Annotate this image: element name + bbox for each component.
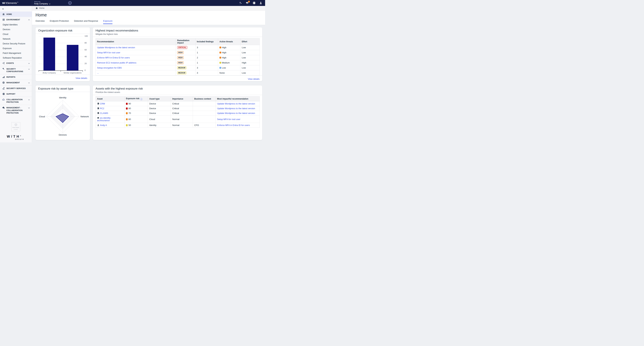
recommendation-link[interactable]: Update Wordpress to the latest version [217,102,255,105]
server-icon [97,102,100,105]
sidebar-nav: HOMEENVIRONMENTDigital IdentitiesDevices… [0,12,32,116]
included-findings-value: 3 [196,70,218,76]
sidebar-item-home[interactable]: HOME [0,12,32,17]
table-row: ...MEDIUM3NoneLow [96,70,260,76]
column-header-exposure-risk: Exposure riski [124,96,148,101]
included-findings-value: 1 [196,60,218,65]
sidebar-item-device-security-posture[interactable]: Device Security Posture [0,41,32,46]
cloud-icon [97,117,100,119]
svg-text:?: ? [254,2,255,4]
sidebar-item-software-reputation[interactable]: Software Reputation [0,56,32,60]
tab-detection-and-response[interactable]: Detection and Response [74,20,98,24]
view-details-link[interactable]: View details [248,78,260,80]
partner-logo: PARTNER LOGO [11,122,20,131]
recommendation-link[interactable]: Update Wordpress to the latest version [217,107,255,110]
chevdown-icon [28,82,30,84]
sidebar-collapse-button[interactable]: « [0,6,32,12]
sidebar-item-management[interactable]: MANAGEMENT [0,80,32,85]
sidebar-item-exposure[interactable]: Exposure [0,46,32,51]
view-details-link[interactable]: View details [76,77,87,79]
sidebar-item-management-collaboration-protection[interactable]: MANAGEMENT - COLLABORATION PROTECTION [0,105,32,116]
cube-icon [14,123,18,126]
asset-link[interactable]: PC2 [100,107,104,110]
sidebar-item-environment[interactable]: ENVIRONMENT [0,17,32,22]
tab-overview[interactable]: Overview [36,20,45,24]
active-threats-value: None [218,70,240,76]
effort-value: Low [240,55,260,60]
column-header-active-threats: Active threats [218,38,240,45]
asset-link[interactable]: Andy A [100,124,107,126]
partner-logo-line1: PARTNER [12,127,19,128]
risk-level-swatch [126,124,128,126]
sidebar-item-events[interactable]: EVENTS [0,60,32,66]
column-header-business-context: Business context [193,96,216,101]
logo-tm: ™ [17,2,18,3]
business-context-value [193,101,216,106]
sidebar-item-label: Device Security Posture [3,43,25,45]
brand-mark: ® [20,135,21,136]
recommendation-link[interactable]: Enforce MFA in Entra ID for users [217,124,250,126]
main-area: Home Home OverviewEndpoint ProtectionDet… [32,6,265,142]
business-context-value [193,106,216,111]
y-axis-tick-label: 100 [84,35,88,37]
sidebar-item-label: MANAGEMENT [6,81,20,84]
sidebar-item-patch-management[interactable]: Patch Management [0,51,32,56]
company-switcher[interactable]: Jimm Inc. Andy Company [34,1,51,5]
recommendation-link[interactable]: Update Wordpress to the latest version [97,46,135,49]
recommendation-link[interactable]: Setup encryption for EBS [97,67,122,69]
person-icon [97,124,100,126]
table-row: Setup encryption for EBSMEDIUM3LowLow [96,65,260,70]
sidebar-item-reports[interactable]: REPORTS [0,74,32,80]
bar-andy-company [44,38,55,70]
sidebar-item-security-configurations[interactable]: SECURITY CONFIGURATIONS [0,66,32,74]
sidebar-item-devices[interactable]: Devices [0,27,32,32]
sidebar-item-label: MANAGEMENT - COLLABORATION PROTECTION [6,106,26,114]
asset-link[interactable]: CRM [100,102,105,105]
info-icon[interactable]: i [140,98,142,100]
info-icon[interactable] [68,1,72,5]
tab-exposure[interactable]: Exposure [103,20,112,24]
card-title: Assets with the highest exposure risk [96,87,260,90]
chart-icon [2,76,5,78]
sparkles-icon[interactable] [239,1,242,5]
tab-endpoint-protection[interactable]: Endpoint Protection [50,20,69,24]
recommendation-link[interactable]: Setup MFA for root user [217,118,240,120]
helpbook-icon: ? [2,93,5,95]
included-findings-value: 3 [196,65,218,70]
table-row: CLAIMS70DeviceCriticalUpdate Wordpress t… [96,111,260,116]
megaphone-icon[interactable] [246,1,249,5]
column-header-asset-type: Asset type [148,96,171,101]
topbar: W/Elements™ Jimm Inc. Andy Company ? [0,0,265,6]
sidebar-item-support[interactable]: ?SUPPORT [0,91,32,97]
account-icon[interactable] [259,1,262,5]
sidebar-item-cloud[interactable]: Cloud [0,32,32,37]
sidebar-item-network[interactable]: Network [0,37,32,41]
table-row: ws-identify-archisurance60CloudNormalSet… [96,116,260,123]
importance-value: Critical [171,101,193,106]
share-icon [2,62,5,65]
page-header: Home OverviewEndpoint ProtectionDetectio… [32,11,265,25]
sidebar-item-collaboration-protection[interactable]: COLLABORATION PROTECTION [0,97,32,105]
chevron-down-icon [49,3,51,5]
recommendation-link[interactable]: Enforce MFA in Entra ID for users [97,56,130,59]
help-icon[interactable]: ? [252,1,256,5]
recommendation-link[interactable]: ... [97,72,99,74]
recommendation-link[interactable]: Update Wordpress to the latest version [217,112,255,114]
sidebar-item-security-services[interactable]: SECURITY SERVICES [0,85,32,91]
page-title: Home [36,13,265,18]
risk-level-swatch [126,112,128,114]
handgear-icon [2,87,5,90]
business-context-value: CFO [193,123,216,128]
exposure-risk-value: 60 [124,116,148,123]
recommendation-link[interactable]: Setup MFA for root user [97,51,120,54]
notification-badge [248,1,250,3]
breadcrumb[interactable]: Home [32,6,265,11]
recommendation-link[interactable]: Remove EC2 instance public IP address [97,61,136,64]
logo-name: Elements [6,2,17,5]
asset-link[interactable]: CLAIMS [100,112,108,114]
sidebar-item-label: COLLABORATION PROTECTION [6,98,26,103]
effort-value: Low [240,45,260,50]
importance-value: Critical [171,106,193,111]
sidebar-item-digital-identities[interactable]: Digital Identities [0,22,32,27]
exposure-risk-radar-chart: IdentityNetworkDevicesCloud [36,92,90,140]
